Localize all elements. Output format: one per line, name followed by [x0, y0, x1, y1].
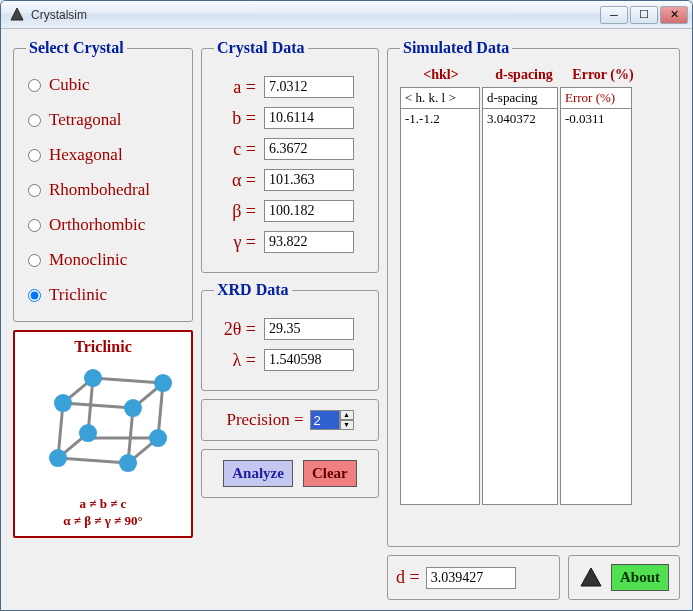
precision-spinner: ▲ ▼	[310, 410, 354, 430]
header-error: Error (%)	[568, 67, 638, 83]
app-window: Crystalsim ─ ☐ ✕ Select Crystal CubicTet…	[0, 0, 693, 611]
b-input[interactable]	[264, 107, 354, 129]
precision-up[interactable]: ▲	[340, 410, 354, 420]
clear-button[interactable]: Clear	[303, 460, 357, 487]
header-dspacing: d-spacing	[486, 67, 562, 83]
svg-point-19	[154, 374, 172, 392]
radio-label: Cubic	[49, 75, 90, 95]
d-input[interactable]	[426, 567, 516, 589]
analyze-button[interactable]: Analyze	[223, 460, 293, 487]
svg-point-15	[149, 429, 167, 447]
crystal-radio-list: CubicTetragonalHexagonalRhombohedralOrth…	[26, 67, 182, 311]
svg-line-5	[63, 403, 133, 408]
gamma-label: γ =	[214, 232, 256, 253]
sim-headers: <hkl> d-spacing Error (%)	[400, 67, 669, 87]
svg-point-20	[84, 369, 102, 387]
svg-line-1	[58, 458, 128, 463]
svg-marker-0	[11, 8, 23, 20]
radio-input[interactable]	[28, 79, 41, 92]
xrd-data-group: XRD Data 2θ = λ =	[201, 281, 379, 391]
radio-label: Hexagonal	[49, 145, 123, 165]
crystal-radio-hexagonal[interactable]: Hexagonal	[28, 145, 180, 165]
preview-title: Triclinic	[74, 338, 131, 356]
select-crystal-legend: Select Crystal	[26, 39, 127, 57]
window-buttons: ─ ☐ ✕	[600, 6, 688, 24]
minimize-button[interactable]: ─	[600, 6, 628, 24]
lambda-label: λ =	[214, 350, 256, 371]
alpha-label: α =	[214, 170, 256, 191]
simulated-data-legend: Simulated Data	[400, 39, 512, 57]
sim-col-err: Error (%) -0.0311	[560, 87, 632, 505]
bottom-row: d = About	[387, 555, 680, 600]
radio-input[interactable]	[28, 289, 41, 302]
radio-label: Rhombohedral	[49, 180, 150, 200]
crystal-preview: Triclinic	[13, 330, 193, 538]
svg-marker-21	[581, 568, 601, 586]
crystal-radio-monoclinic[interactable]: Monoclinic	[28, 250, 180, 270]
titlebar: Crystalsim ─ ☐ ✕	[1, 1, 692, 29]
radio-input[interactable]	[28, 184, 41, 197]
sim-table: < h. k. l > -1.-1.2 d-spacing 3.040372 E…	[400, 87, 669, 505]
header-hkl: <hkl>	[402, 67, 480, 83]
crystal-radio-triclinic[interactable]: Triclinic	[28, 285, 180, 305]
radio-label: Monoclinic	[49, 250, 127, 270]
svg-point-14	[119, 454, 137, 472]
beta-input[interactable]	[264, 200, 354, 222]
radio-input[interactable]	[28, 254, 41, 267]
a-input[interactable]	[264, 76, 354, 98]
crystal-diagram	[28, 360, 178, 496]
content-area: Select Crystal CubicTetragonalHexagonalR…	[1, 29, 692, 610]
sim-col-hkl: < h. k. l > -1.-1.2	[400, 87, 480, 505]
window-title: Crystalsim	[31, 8, 600, 22]
radio-input[interactable]	[28, 114, 41, 127]
crystal-radio-cubic[interactable]: Cubic	[28, 75, 180, 95]
svg-point-16	[79, 424, 97, 442]
d-label: d =	[396, 567, 420, 588]
svg-point-13	[49, 449, 67, 467]
cell-hkl: -1.-1.2	[401, 109, 479, 129]
select-crystal-group: Select Crystal CubicTetragonalHexagonalR…	[13, 39, 193, 322]
c-label: c =	[214, 139, 256, 160]
about-group: About	[568, 555, 680, 600]
xrd-data-legend: XRD Data	[214, 281, 292, 299]
simulated-data-group: Simulated Data <hkl> d-spacing Error (%)…	[387, 39, 680, 547]
about-icon	[579, 566, 603, 590]
radio-input[interactable]	[28, 219, 41, 232]
cell-d: 3.040372	[483, 109, 557, 129]
lambda-input[interactable]	[264, 349, 354, 371]
th-err: Error (%)	[561, 88, 631, 109]
b-label: b =	[214, 108, 256, 129]
svg-point-18	[124, 399, 142, 417]
close-button[interactable]: ✕	[660, 6, 688, 24]
th-d: d-spacing	[483, 88, 557, 109]
d-result-group: d =	[387, 555, 560, 600]
crystal-radio-tetragonal[interactable]: Tetragonal	[28, 110, 180, 130]
precision-input[interactable]	[310, 410, 340, 430]
beta-label: β =	[214, 201, 256, 222]
action-buttons: Analyze Clear	[201, 449, 379, 498]
precision-label: Precision =	[226, 410, 303, 430]
about-button[interactable]: About	[611, 564, 669, 591]
radio-label: Orthorhombic	[49, 215, 145, 235]
crystal-radio-rhombohedral[interactable]: Rhombohedral	[28, 180, 180, 200]
th-hkl: < h. k. l >	[401, 88, 479, 109]
a-label: a =	[214, 77, 256, 98]
radio-input[interactable]	[28, 149, 41, 162]
radio-label: Tetragonal	[49, 110, 121, 130]
c-input[interactable]	[264, 138, 354, 160]
precision-down[interactable]: ▼	[340, 420, 354, 430]
crystal-data-group: Crystal Data a = b = c = α = β = γ =	[201, 39, 379, 273]
crystal-data-legend: Crystal Data	[214, 39, 308, 57]
app-icon	[9, 7, 25, 23]
cell-err: -0.0311	[561, 109, 631, 129]
sim-col-d: d-spacing 3.040372	[482, 87, 558, 505]
two-theta-input[interactable]	[264, 318, 354, 340]
alpha-input[interactable]	[264, 169, 354, 191]
crystal-radio-orthorhombic[interactable]: Orthorhombic	[28, 215, 180, 235]
gamma-input[interactable]	[264, 231, 354, 253]
two-theta-label: 2θ =	[214, 319, 256, 340]
radio-label: Triclinic	[49, 285, 107, 305]
preview-formula: a ≠ b ≠ c α ≠ β ≠ γ ≠ 90°	[63, 496, 142, 530]
svg-point-17	[54, 394, 72, 412]
maximize-button[interactable]: ☐	[630, 6, 658, 24]
